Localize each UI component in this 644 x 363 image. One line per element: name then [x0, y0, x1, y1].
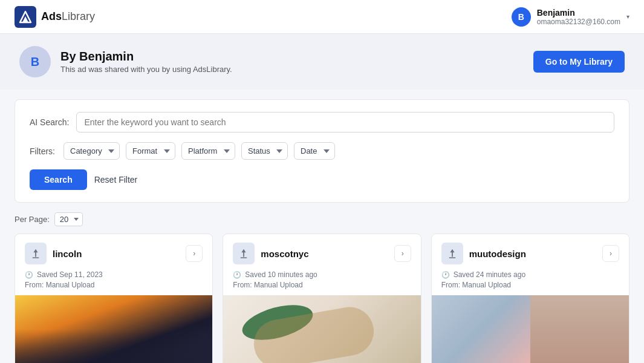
clock-icon: 🕐	[441, 271, 450, 279]
per-page-select[interactable]: 20 40 60	[54, 212, 83, 226]
logo: AdsLibrary	[15, 6, 95, 28]
card-arrow-moscotnyc[interactable]: ›	[394, 245, 411, 262]
profile-subtitle: This ad was shared with you by using Ads…	[60, 65, 232, 74]
svg-rect-3	[33, 257, 39, 258]
upload-icon	[30, 248, 41, 259]
user-name: Benjamin	[537, 8, 620, 18]
search-input[interactable]	[76, 112, 614, 132]
user-menu[interactable]: B Benjamin omaoma32132@160.com ▾	[512, 7, 629, 27]
filters-label: Filters:	[30, 146, 55, 156]
brand-avatar-lincoln	[25, 243, 47, 264]
header: AdsLibrary B Benjamin omaoma32132@160.co…	[0, 0, 644, 34]
filters-row: Filters: Category Format Platform Status…	[30, 142, 614, 160]
saved-muutodesign: 🕐 Saved 24 minutes ago	[441, 270, 619, 279]
card-header-muutodesign: muutodesign ›	[432, 234, 629, 270]
card-image-muutodesign	[432, 295, 629, 363]
card-meta-moscotnyc: 🕐 Saved 10 minutes ago From: Manual Uplo…	[223, 270, 420, 295]
brand-name-lincoln: lincoln	[53, 249, 82, 259]
search-actions: Search Reset Filter	[30, 169, 614, 190]
cards-grid: lincoln › 🕐 Saved Sep 11, 2023 From: Man…	[0, 234, 644, 363]
svg-rect-5	[449, 257, 455, 258]
brand-muutodesign: muutodesign	[441, 243, 526, 264]
from-muutodesign: From: Manual Upload	[441, 281, 619, 289]
ai-search-row: AI Search:	[30, 112, 614, 132]
logo-text: AdsLibrary	[41, 10, 95, 23]
user-email: omaoma32132@160.com	[537, 18, 620, 26]
upload-icon	[447, 248, 458, 259]
avatar: B	[512, 7, 531, 27]
card-lincoln: lincoln › 🕐 Saved Sep 11, 2023 From: Man…	[15, 234, 213, 363]
profile-banner: B By Benjamin This ad was shared with yo…	[0, 34, 644, 90]
card-header-lincoln: lincoln ›	[15, 234, 212, 270]
card-meta-lincoln: 🕐 Saved Sep 11, 2023 From: Manual Upload	[15, 270, 212, 295]
status-filter[interactable]: Status	[241, 142, 288, 160]
svg-rect-4	[241, 257, 247, 258]
card-moscotnyc: moscotnyc › 🕐 Saved 10 minutes ago From:…	[223, 234, 421, 363]
clock-icon: 🕐	[25, 271, 33, 279]
ads-library-logo-icon	[15, 6, 36, 28]
saved-lincoln: 🕐 Saved Sep 11, 2023	[25, 270, 203, 279]
platform-filter[interactable]: Platform	[181, 142, 235, 160]
per-page-label: Per Page:	[15, 215, 50, 224]
saved-moscotnyc: 🕐 Saved 10 minutes ago	[233, 270, 411, 279]
search-button[interactable]: Search	[30, 169, 87, 190]
per-page-row: Per Page: 20 40 60	[0, 212, 644, 226]
from-lincoln: From: Manual Upload	[25, 281, 203, 289]
brand-avatar-moscotnyc	[233, 243, 255, 264]
search-panel: AI Search: Filters: Category Format Plat…	[15, 99, 629, 203]
brand-lincoln: lincoln	[25, 243, 82, 264]
go-to-my-library-button[interactable]: Go to My Library	[533, 51, 625, 73]
category-filter[interactable]: Category	[63, 142, 120, 160]
card-header-moscotnyc: moscotnyc ›	[223, 234, 420, 270]
card-muutodesign: muutodesign › 🕐 Saved 24 minutes ago Fro…	[431, 234, 629, 363]
brand-avatar-muutodesign	[441, 243, 463, 264]
card-meta-muutodesign: 🕐 Saved 24 minutes ago From: Manual Uplo…	[432, 270, 629, 295]
profile-left: B By Benjamin This ad was shared with yo…	[19, 46, 232, 77]
format-filter[interactable]: Format	[126, 142, 175, 160]
profile-title: By Benjamin	[60, 50, 232, 64]
card-image-moscotnyc	[223, 295, 420, 363]
date-filter[interactable]: Date	[294, 142, 335, 160]
card-arrow-muutodesign[interactable]: ›	[602, 245, 619, 262]
profile-info: By Benjamin This ad was shared with you …	[60, 50, 232, 74]
brand-moscotnyc: moscotnyc	[233, 243, 308, 264]
reset-filter-button[interactable]: Reset Filter	[94, 175, 138, 185]
brand-name-moscotnyc: moscotnyc	[261, 249, 308, 259]
clock-icon: 🕐	[233, 271, 241, 279]
from-moscotnyc: From: Manual Upload	[233, 281, 411, 289]
card-arrow-lincoln[interactable]: ›	[186, 245, 203, 262]
brand-name-muutodesign: muutodesign	[469, 249, 526, 259]
user-info: Benjamin omaoma32132@160.com	[537, 8, 620, 26]
profile-avatar: B	[19, 46, 51, 77]
upload-icon	[238, 248, 249, 259]
chevron-down-icon: ▾	[626, 13, 629, 20]
ai-search-label: AI Search:	[30, 117, 69, 127]
card-image-lincoln	[15, 295, 212, 363]
